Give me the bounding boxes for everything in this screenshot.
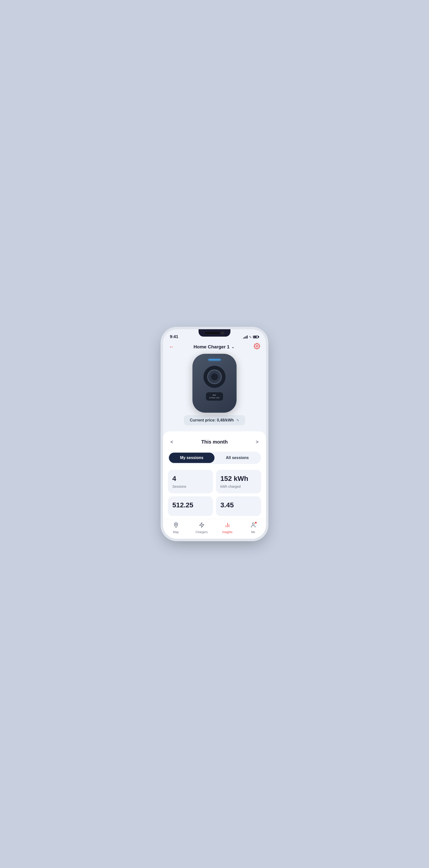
insights-nav-label: Insights bbox=[222, 530, 232, 534]
map-nav-label: Map bbox=[173, 530, 179, 534]
notch bbox=[199, 329, 230, 337]
session-tabs: My sessions All sessions bbox=[168, 452, 261, 464]
price-badge: Current price: 0,48/kWh ✎ bbox=[184, 415, 245, 426]
kwh-charged-label: kWh charged bbox=[220, 485, 257, 489]
prev-month-button[interactable]: < bbox=[168, 438, 176, 446]
sessions-count-label: Sessions bbox=[172, 485, 209, 489]
kwh-charged-value: 152 kWh bbox=[220, 475, 257, 483]
sessions-count-card: 4 Sessions bbox=[168, 470, 213, 493]
charger-brand-line2: SYNC EV bbox=[209, 397, 220, 399]
all-sessions-tab[interactable]: All sessions bbox=[214, 453, 260, 463]
avg-card: 3.45 bbox=[216, 496, 261, 516]
chargers-icon bbox=[199, 522, 205, 529]
charger-brand-line1: BG bbox=[209, 394, 220, 397]
gear-icon bbox=[254, 343, 260, 349]
my-sessions-tab[interactable]: My sessions bbox=[169, 453, 214, 463]
charger-led bbox=[208, 359, 221, 361]
edit-price-icon[interactable]: ✎ bbox=[236, 418, 239, 422]
cost-value: 512.25 bbox=[172, 501, 209, 509]
kwh-charged-card: 152 kWh kWh charged bbox=[216, 470, 261, 493]
charger-image: BG SYNC EV bbox=[192, 354, 237, 413]
nav-item-map[interactable]: Map bbox=[163, 522, 189, 534]
signal-bars-icon bbox=[243, 335, 248, 339]
header-title: Home Charger 1 ⌄ bbox=[194, 344, 235, 350]
avg-value: 3.45 bbox=[220, 501, 257, 509]
svg-point-1 bbox=[175, 524, 177, 525]
charger-name: Home Charger 1 bbox=[194, 344, 230, 350]
back-button[interactable]: ← bbox=[169, 344, 174, 350]
month-navigation: < This month > bbox=[168, 438, 261, 446]
current-price-label: Current price: 0,48/kWh bbox=[190, 418, 234, 423]
me-nav-label: Me bbox=[251, 530, 255, 534]
charger-port-inner bbox=[207, 370, 222, 384]
sessions-count-value: 4 bbox=[172, 475, 209, 483]
cost-card: 512.25 bbox=[168, 496, 213, 516]
nav-item-insights[interactable]: Insights bbox=[214, 522, 240, 534]
charger-port-center bbox=[211, 373, 218, 380]
charger-area: BG SYNC EV Current price: 0,48/kWh ✎ bbox=[163, 354, 266, 429]
header: ← Home Charger 1 ⌄ bbox=[163, 341, 266, 354]
insights-icon bbox=[225, 522, 230, 529]
svg-point-0 bbox=[256, 345, 258, 347]
settings-button[interactable] bbox=[254, 343, 260, 351]
nav-item-chargers[interactable]: Chargers bbox=[189, 522, 214, 534]
chargers-nav-label: Chargers bbox=[196, 530, 208, 534]
notch-camera bbox=[221, 332, 224, 334]
battery-icon bbox=[253, 336, 259, 338]
charger-port-outer bbox=[203, 366, 226, 388]
status-icons: ∿ bbox=[243, 335, 259, 339]
map-icon bbox=[173, 522, 179, 529]
wifi-icon: ∿ bbox=[249, 335, 252, 339]
svg-point-6 bbox=[252, 523, 254, 525]
charger-brand: BG SYNC EV bbox=[206, 392, 223, 401]
notch-pill bbox=[205, 332, 220, 334]
current-month-title: This month bbox=[201, 439, 228, 445]
phone-frame: 9:41 ∿ ← Home Charger 1 ⌄ bbox=[163, 329, 266, 539]
me-icon bbox=[250, 522, 256, 529]
next-month-button[interactable]: > bbox=[253, 438, 261, 446]
chevron-down-icon[interactable]: ⌄ bbox=[231, 345, 234, 349]
nav-item-me[interactable]: Me bbox=[240, 522, 266, 534]
me-notification-dot bbox=[255, 522, 257, 524]
bottom-navigation: Map Chargers Insights bbox=[163, 519, 266, 539]
stats-grid: 4 Sessions 152 kWh kWh charged 512.25 3.… bbox=[168, 470, 261, 516]
status-time: 9:41 bbox=[170, 334, 178, 339]
svg-marker-2 bbox=[200, 523, 204, 527]
main-card: < This month > My sessions All sessions … bbox=[163, 431, 266, 519]
